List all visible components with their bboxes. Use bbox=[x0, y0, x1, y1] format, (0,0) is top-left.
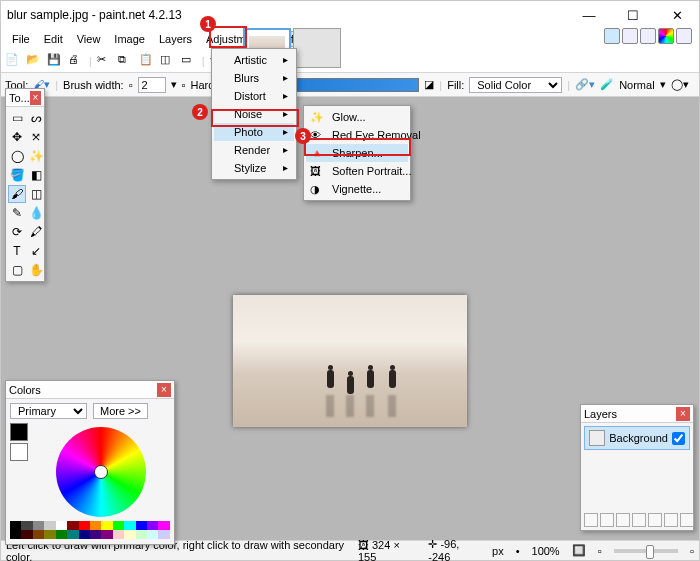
delete-layer-icon[interactable] bbox=[600, 513, 614, 527]
tools-panel-title: To... bbox=[9, 92, 30, 104]
deselect-icon[interactable]: ▭ bbox=[181, 53, 197, 69]
cut-icon[interactable]: ✂ bbox=[97, 53, 113, 69]
move-up-icon[interactable] bbox=[648, 513, 662, 527]
fill-select[interactable]: Solid Color bbox=[469, 77, 562, 93]
layers-toggle-icon[interactable] bbox=[640, 28, 656, 44]
copy-icon[interactable]: ⧉ bbox=[118, 53, 134, 69]
shapes-tool[interactable]: ▢ bbox=[8, 261, 26, 279]
duplicate-layer-icon[interactable] bbox=[616, 513, 630, 527]
annotation-box-2 bbox=[211, 109, 299, 127]
annotation-box-3 bbox=[304, 138, 411, 156]
clone-stamp-tool[interactable]: ⟳ bbox=[8, 223, 26, 241]
zoom-fit-icon[interactable]: 🔲 bbox=[572, 544, 586, 557]
paintbrush-tool[interactable]: 🖌 bbox=[8, 185, 26, 203]
layer-props-icon[interactable] bbox=[680, 513, 694, 527]
color-wheel[interactable] bbox=[56, 427, 146, 517]
move-selection-tool[interactable]: ⤧ bbox=[27, 128, 45, 146]
magic-wand-tool[interactable]: ✨ bbox=[27, 147, 45, 165]
effects-artistic[interactable]: Artistic bbox=[214, 51, 294, 69]
colors-panel-close-icon[interactable]: × bbox=[157, 383, 171, 397]
menu-file[interactable]: File bbox=[5, 31, 37, 47]
status-unit[interactable]: px bbox=[492, 545, 504, 557]
maximize-button[interactable]: ☐ bbox=[611, 1, 655, 29]
rectangle-select-tool[interactable]: ▭ bbox=[8, 109, 26, 127]
paste-icon[interactable]: 📋 bbox=[139, 53, 155, 69]
crop-icon[interactable]: ◫ bbox=[160, 53, 176, 69]
tools-panel: To...× ▭ ᔕ ✥ ⤧ ◯ ✨ 🪣 ◧ 🖌 ◫ ✎ 💧 ⟳ 🖍 T ↙ ▢… bbox=[5, 88, 45, 282]
brush-inc2-icon[interactable]: ▫ bbox=[182, 79, 186, 91]
eraser-tool[interactable]: ◫ bbox=[27, 185, 45, 203]
blend-icon[interactable]: 🧪 bbox=[600, 78, 614, 91]
palette-row[interactable] bbox=[10, 521, 170, 530]
effects-stylize[interactable]: Stylize bbox=[214, 159, 294, 177]
history-toggle-icon[interactable] bbox=[622, 28, 638, 44]
zoom-out-icon[interactable]: ▫ bbox=[598, 545, 602, 557]
effects-render[interactable]: Render bbox=[214, 141, 294, 159]
layers-panel-title: Layers bbox=[584, 408, 617, 420]
close-button[interactable]: ✕ bbox=[655, 1, 699, 29]
line-tool[interactable]: ↙ bbox=[27, 242, 45, 260]
zoom-in-icon[interactable]: ▫ bbox=[690, 545, 694, 557]
lasso-select-tool[interactable]: ᔕ bbox=[27, 109, 45, 127]
secondary-color-swatch[interactable] bbox=[10, 443, 28, 461]
annotation-box-1 bbox=[209, 26, 247, 48]
print-icon[interactable]: 🖨 bbox=[68, 53, 84, 69]
tool-options-bar: Tool: 🖌▾ | Brush width: ▫ ▾ ▫ Hard ◪ | F… bbox=[1, 73, 699, 97]
move-down-icon[interactable] bbox=[664, 513, 678, 527]
vignette-icon: ◑ bbox=[310, 183, 324, 197]
text-tool[interactable]: T bbox=[8, 242, 26, 260]
save-icon[interactable]: 💾 bbox=[47, 53, 63, 69]
add-layer-icon[interactable] bbox=[584, 513, 598, 527]
layer-thumbnail bbox=[589, 430, 605, 446]
palette-row[interactable] bbox=[10, 530, 170, 539]
brush-width-label: Brush width: bbox=[63, 79, 124, 91]
settings-icon[interactable] bbox=[676, 28, 692, 44]
aa-icon[interactable]: ◪ bbox=[424, 78, 434, 91]
open-icon[interactable]: 📂 bbox=[26, 53, 42, 69]
color-picker-tool[interactable]: 💧 bbox=[27, 204, 45, 222]
titlebar: blur sample.jpg - paint.net 4.2.13 — ☐ ✕ bbox=[1, 1, 699, 29]
ellipse-select-tool[interactable]: ◯ bbox=[8, 147, 26, 165]
layer-visibility-checkbox[interactable] bbox=[672, 432, 685, 445]
photo-vignette[interactable]: ◑Vignette... bbox=[306, 180, 408, 198]
tools-panel-close-icon[interactable]: × bbox=[30, 91, 41, 105]
photo-soften[interactable]: 🖼Soften Portrait... bbox=[306, 162, 408, 180]
annotation-badge-3: 3 bbox=[295, 128, 311, 144]
recolor-tool[interactable]: 🖍 bbox=[27, 223, 45, 241]
menu-edit[interactable]: Edit bbox=[37, 31, 70, 47]
merge-layer-icon[interactable] bbox=[632, 513, 646, 527]
window-title: blur sample.jpg - paint.net 4.2.13 bbox=[7, 8, 182, 22]
colors-toggle-icon[interactable] bbox=[658, 28, 674, 44]
menu-layers[interactable]: Layers bbox=[152, 31, 199, 47]
overwrite-icon[interactable]: ◯▾ bbox=[671, 78, 689, 91]
layer-item[interactable]: Background bbox=[584, 426, 690, 450]
canvas-image[interactable] bbox=[233, 295, 467, 427]
photo-glow[interactable]: ✨Glow... bbox=[306, 108, 408, 126]
zoom-slider[interactable] bbox=[614, 549, 679, 553]
layers-panel: Layers× Background bbox=[580, 404, 694, 531]
effects-distort[interactable]: Distort bbox=[214, 87, 294, 105]
effects-blurs[interactable]: Blurs bbox=[214, 69, 294, 87]
layer-name: Background bbox=[609, 432, 668, 444]
paint-bucket-tool[interactable]: 🪣 bbox=[8, 166, 26, 184]
new-icon[interactable]: 📄 bbox=[5, 53, 21, 69]
color-mode-select[interactable]: Primary bbox=[10, 403, 87, 419]
status-zoom[interactable]: 100% bbox=[532, 545, 560, 557]
tools-toggle-icon[interactable] bbox=[604, 28, 620, 44]
move-tool[interactable]: ✥ bbox=[8, 128, 26, 146]
menu-image[interactable]: Image bbox=[107, 31, 152, 47]
gradient-tool[interactable]: ◧ bbox=[27, 166, 45, 184]
primary-color-swatch[interactable] bbox=[10, 423, 28, 441]
pencil-tool[interactable]: ✎ bbox=[8, 204, 26, 222]
colors-more-button[interactable]: More >> bbox=[93, 403, 148, 419]
brush-dec-icon[interactable]: ▫ bbox=[129, 79, 133, 91]
image-thumbnail[interactable] bbox=[293, 28, 341, 68]
menu-view[interactable]: View bbox=[70, 31, 108, 47]
brush-width-input[interactable] bbox=[138, 77, 166, 93]
blend-mode-label: Normal bbox=[619, 79, 654, 91]
pan-tool[interactable]: ✋ bbox=[27, 261, 45, 279]
brush-inc-icon[interactable]: ▾ bbox=[171, 78, 177, 91]
layers-panel-close-icon[interactable]: × bbox=[676, 407, 690, 421]
minimize-button[interactable]: — bbox=[567, 1, 611, 29]
layer-blend-icon[interactable]: 🔗▾ bbox=[575, 78, 595, 91]
